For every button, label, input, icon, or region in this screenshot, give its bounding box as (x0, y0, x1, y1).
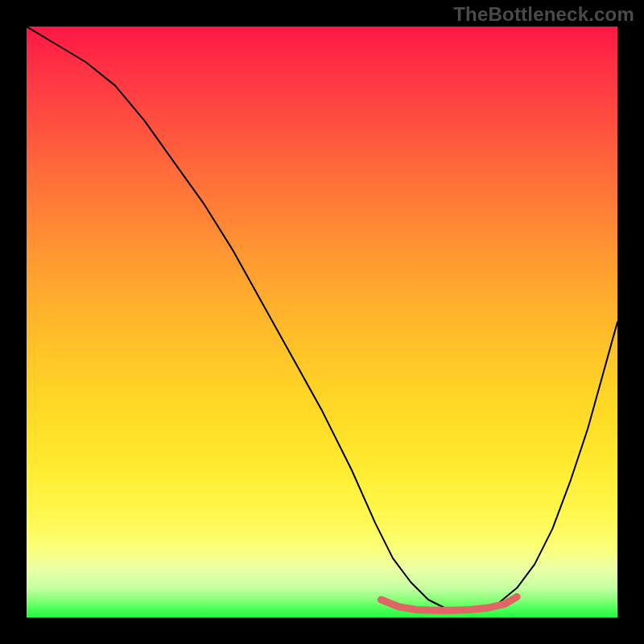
plot-area (27, 27, 617, 617)
bottleneck-curve (27, 27, 617, 610)
chart-frame: TheBottleneck.com (0, 0, 644, 644)
optimal-region-marker (381, 597, 517, 610)
chart-svg (27, 27, 617, 617)
watermark-text: TheBottleneck.com (453, 3, 634, 26)
